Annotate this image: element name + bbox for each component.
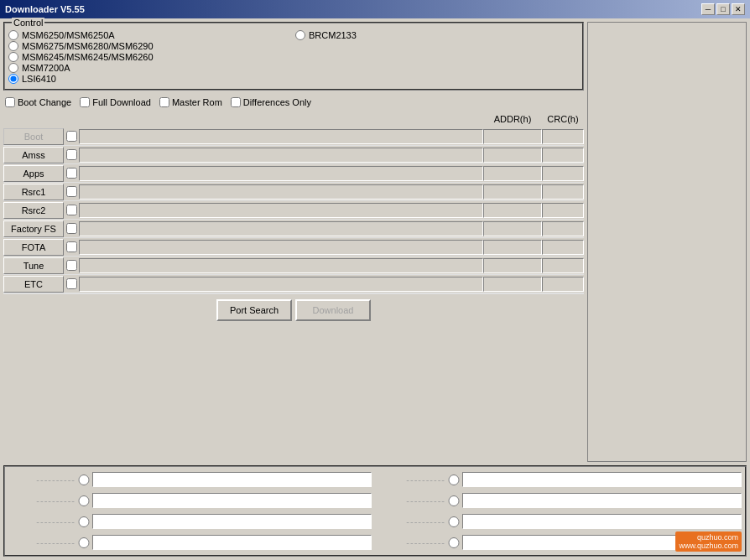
bottom-label-5: ----------	[378, 474, 445, 485]
apps-input[interactable]	[79, 166, 483, 181]
bottom-input-4[interactable]	[92, 535, 372, 550]
bottom-label-3: ----------	[8, 516, 76, 526]
bottom-input-2[interactable]	[92, 493, 372, 508]
tune-crc[interactable]	[542, 258, 584, 273]
etc-input[interactable]	[79, 277, 483, 292]
radio-msm7200a[interactable]: MSM7200A	[8, 63, 292, 73]
rsrc2-crc[interactable]	[542, 203, 584, 218]
download-button[interactable]: Download	[295, 299, 371, 321]
factoryfs-addr[interactable]	[483, 221, 542, 236]
table-header: ADDR(h) CRC(h)	[3, 111, 584, 127]
factoryfs-input[interactable]	[79, 221, 483, 236]
boot-addr[interactable]	[483, 129, 542, 144]
factoryfs-crc[interactable]	[542, 221, 584, 236]
master-rom-checkbox[interactable]: Master Rom	[159, 97, 222, 107]
table-row: Factory FS	[3, 220, 584, 238]
bottom-row-6: ----------	[378, 491, 742, 510]
amss-addr[interactable]	[483, 148, 542, 163]
rsrc1-crc[interactable]	[542, 184, 584, 200]
watermark: quzhuo.comwww.quzhuo.com	[675, 531, 742, 552]
radio-msm6245[interactable]: MSM6245/MSM6245/MSM6260	[8, 52, 292, 62]
bottom-row-7: ----------	[378, 512, 742, 531]
apps-crc[interactable]	[542, 166, 584, 181]
action-row: Port Search Download	[3, 293, 584, 326]
bottom-input-3[interactable]	[92, 514, 372, 529]
bottom-label-7: ----------	[378, 516, 445, 526]
bottom-area: ---------- ---------- ---------- -------…	[3, 465, 747, 557]
bottom-input-1[interactable]	[92, 472, 372, 487]
radio-lsi6410[interactable]: LSI6410	[8, 74, 292, 84]
crc-header: CRC(h)	[542, 114, 584, 124]
fota-crc[interactable]	[542, 240, 584, 255]
amss-button[interactable]: Amss	[3, 147, 64, 163]
window-title: Downloader V5.55	[5, 4, 85, 14]
bottom-label-8: ----------	[378, 537, 445, 547]
rsrc2-button[interactable]: Rsrc2	[3, 202, 64, 219]
bottom-input-7[interactable]	[462, 514, 742, 529]
bottom-label-1: ----------	[8, 474, 76, 485]
full-download-checkbox[interactable]: Full Download	[80, 97, 151, 107]
rsrc1-addr[interactable]	[483, 184, 542, 200]
content-flex: Control MSM6250/MSM6250A BRCM2133 MSM627…	[3, 22, 747, 462]
bottom-row-4: ----------	[8, 533, 372, 552]
boot-input[interactable]	[79, 129, 483, 144]
apps-addr[interactable]	[483, 166, 542, 181]
right-panel	[587, 22, 747, 462]
table-row: ETC	[3, 275, 584, 293]
differences-only-checkbox[interactable]: Differences Only	[231, 97, 311, 107]
table-row: Tune	[3, 257, 584, 275]
bottom-input-5[interactable]	[462, 472, 742, 487]
window-controls: ─ □ ✕	[701, 3, 745, 15]
minimize-button[interactable]: ─	[701, 3, 715, 15]
apps-button[interactable]: Apps	[3, 165, 64, 182]
amss-crc[interactable]	[542, 148, 584, 163]
bottom-row-3: ----------	[8, 512, 372, 531]
bottom-label-2: ----------	[8, 495, 76, 506]
addr-header: ADDR(h)	[483, 114, 542, 124]
main-content: Control MSM6250/MSM6250A BRCM2133 MSM627…	[0, 18, 750, 560]
table-row: Amss	[3, 146, 584, 164]
rsrc1-button[interactable]: Rsrc1	[3, 184, 64, 200]
fota-button[interactable]: FOTA	[3, 239, 64, 256]
table-row: Rsrc1	[3, 183, 584, 201]
fota-addr[interactable]	[483, 240, 542, 255]
table-row: FOTA	[3, 238, 584, 257]
tune-button[interactable]: Tune	[3, 257, 64, 274]
bottom-row-2: ----------	[8, 491, 372, 510]
rsrc2-input[interactable]	[79, 203, 483, 218]
file-rows-area: Boot Amss Apps	[3, 127, 584, 293]
radio-msm6250[interactable]: MSM6250/MSM6250A	[8, 30, 292, 40]
table-row: Rsrc2	[3, 201, 584, 220]
etc-addr[interactable]	[483, 277, 542, 292]
bottom-row-5: ----------	[378, 470, 742, 489]
boot-crc[interactable]	[542, 129, 584, 144]
rsrc2-addr[interactable]	[483, 203, 542, 218]
bottom-input-6[interactable]	[462, 493, 742, 508]
table-row: Boot	[3, 127, 584, 146]
rsrc1-input[interactable]	[79, 184, 483, 200]
checkboxes-row: Boot Change Full Download Master Rom Dif…	[3, 94, 584, 111]
factoryfs-button[interactable]: Factory FS	[3, 220, 64, 237]
radio-brcm2133[interactable]: BRCM2133	[295, 30, 579, 40]
tune-input[interactable]	[79, 258, 483, 273]
control-group: Control MSM6250/MSM6250A BRCM2133 MSM627…	[3, 22, 584, 91]
bottom-row-1: ----------	[8, 470, 372, 489]
table-row: Apps	[3, 164, 584, 183]
maximize-button[interactable]: □	[716, 3, 730, 15]
bottom-label-4: ----------	[8, 537, 76, 547]
amss-input[interactable]	[79, 148, 483, 163]
port-search-button[interactable]: Port Search	[216, 299, 292, 321]
radio-msm6275[interactable]: MSM6275/MSM6280/MSM6290	[8, 41, 292, 51]
boot-change-checkbox[interactable]: Boot Change	[5, 97, 71, 107]
control-group-label: Control	[12, 18, 44, 28]
left-content: Control MSM6250/MSM6250A BRCM2133 MSM627…	[3, 22, 584, 462]
etc-button[interactable]: ETC	[3, 276, 64, 293]
close-button[interactable]: ✕	[732, 3, 745, 15]
bottom-label-6: ----------	[378, 495, 445, 506]
fota-input[interactable]	[79, 240, 483, 255]
etc-crc[interactable]	[542, 277, 584, 292]
tune-addr[interactable]	[483, 258, 542, 273]
boot-button: Boot	[3, 128, 64, 145]
title-bar: Downloader V5.55 ─ □ ✕	[0, 0, 750, 18]
